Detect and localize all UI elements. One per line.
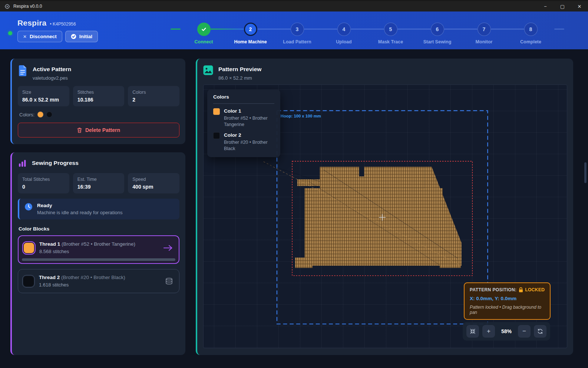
stepper-connector [444, 29, 478, 30]
step-circle-done [197, 23, 211, 36]
step-upload[interactable]: 4 Upload [321, 23, 367, 44]
stepper-line-end [554, 29, 564, 30]
stat-speed: Speed 400 spm [128, 173, 179, 193]
trash-icon [77, 127, 82, 133]
fit-to-screen-button[interactable] [466, 325, 479, 338]
legend-swatch-1 [213, 108, 220, 115]
preview-canvas[interactable]: Hoop: 100 x 100 mm [203, 84, 567, 348]
layers-stack-icon [165, 278, 173, 285]
pattern-dimensions: 86.0 × 52.2 mm [218, 75, 261, 81]
brand-block: Respira • K4P502956 ✕ Disconnect Initial [8, 19, 155, 42]
card-title: Pattern Preview [218, 65, 261, 73]
lock-icon [519, 287, 523, 292]
stat-est-time: Est. Time 16:39 [73, 173, 125, 193]
pattern-preview-card: Pattern Preview 86.0 × 52.2 mm [196, 59, 573, 355]
stepper-connector [211, 29, 244, 30]
image-icon [203, 65, 213, 75]
embroidery-pattern [264, 162, 462, 268]
stepper-connector [351, 29, 384, 30]
fit-to-screen-icon [470, 328, 476, 334]
step-monitor[interactable]: 7 Monitor [461, 23, 508, 44]
step-connect[interactable]: Connect [181, 23, 227, 44]
scrollbar-thumb[interactable] [584, 162, 587, 183]
initial-button[interactable]: Initial [65, 31, 98, 42]
zoom-level: 58% [501, 328, 512, 334]
thread-1-progress-bar [22, 258, 175, 261]
disconnect-button[interactable]: ✕ Disconnect [17, 31, 62, 42]
step-mask-trace[interactable]: 5 Mask Trace [367, 23, 414, 44]
locked-badge: LOCKED [525, 287, 545, 292]
app-header: Respira • K4P502956 ✕ Disconnect Initial [0, 11, 588, 49]
pattern-position-overlay: PATTERN POSITION: LOCKED X: 0.0mm, Y: 0.… [464, 282, 551, 320]
main-content: Active Pattern valetudogv2.pes Size 86.0… [0, 49, 588, 368]
pattern-filename: valetudogv2.pes [33, 75, 71, 81]
pattern-colors-row: Colors: [19, 112, 179, 117]
stat-size: Size 86.0 x 52.2 mm [18, 86, 69, 106]
brand-name: Respira [17, 19, 46, 27]
workflow-stepper: Connect 2 Home Machine 3 Load Pattern 4 … [155, 17, 580, 44]
position-label: PATTERN POSITION: [470, 287, 516, 292]
stepper-connector [491, 29, 524, 30]
color-swatch-2 [46, 112, 52, 117]
close-icon: ✕ [23, 34, 27, 39]
window-title: Respira v0.0.0 [13, 4, 42, 9]
status-description: Machine is idle and ready for operations [37, 210, 123, 215]
arrow-right-icon [163, 245, 173, 251]
card-title: Sewing Progress [32, 159, 79, 166]
pattern-coordinates: X: 0.0mm, Y: 0.0mm [470, 296, 545, 301]
colors-legend: Colors Color 1 Brother #52 • Brother Tan… [207, 89, 280, 157]
check-circle-icon [71, 34, 76, 39]
titlebar: Respira v0.0.0 − ▢ ✕ [0, 0, 588, 11]
thread-block-2[interactable]: Thread 2 (Brother #20 • Brother Black) 1… [18, 269, 179, 293]
color-swatch-1 [37, 112, 43, 117]
app-icon [4, 4, 10, 9]
file-icon [18, 65, 27, 76]
legend-title: Colors [213, 94, 274, 104]
zoom-out-button[interactable]: − [518, 325, 531, 338]
stat-total-stitches: Total Stitches 0 [18, 173, 69, 193]
step-start-sewing[interactable]: 6 Start Sewing [414, 23, 461, 44]
left-column: Active Pattern valetudogv2.pes Size 86.0… [10, 59, 185, 355]
delete-pattern-button[interactable]: Delete Pattern [18, 123, 179, 137]
zoom-in-button[interactable]: + [482, 325, 495, 338]
hoop-label: Hoop: 100 x 100 mm [281, 114, 321, 118]
close-button[interactable]: ✕ [571, 1, 588, 11]
legend-item-color-1: Color 1 Brother #52 • Brother Tangerine [213, 108, 274, 128]
active-pattern-card: Active Pattern valetudogv2.pes Size 86.0… [10, 59, 185, 144]
thread-block-1[interactable]: Thread 1 (Brother #52 • Brother Tangerin… [18, 235, 179, 264]
stepper-connector [257, 29, 291, 30]
minimize-button[interactable]: − [537, 1, 554, 11]
stepper-connector [304, 29, 337, 30]
stepper-connector [397, 29, 431, 30]
thread-1-swatch [24, 243, 34, 253]
color-blocks-heading: Color Blocks [19, 226, 179, 232]
step-complete[interactable]: 8 Complete [508, 23, 554, 44]
reset-view-icon [537, 328, 543, 334]
status-title: Ready [37, 203, 123, 208]
stat-colors: Colors 2 [128, 86, 179, 106]
thread-2-swatch [23, 276, 34, 286]
reset-view-button[interactable] [534, 325, 546, 338]
bar-chart-icon [18, 159, 27, 168]
zoom-toolbar: + 58% − [463, 322, 550, 341]
step-load-pattern[interactable]: 3 Load Pattern [274, 23, 321, 44]
stat-stitches: Stitches 10.186 [73, 86, 125, 106]
legend-swatch-2 [213, 132, 220, 139]
stepper-line-start [171, 29, 181, 30]
app-window: Respira v0.0.0 − ▢ ✕ Respira • K4P502956… [0, 0, 588, 368]
connection-status-dot [8, 31, 12, 35]
card-title: Active Pattern [33, 65, 71, 73]
step-home-machine[interactable]: 2 Home Machine [227, 23, 274, 44]
check-icon [201, 26, 207, 32]
clock-icon [24, 203, 33, 211]
legend-item-color-2: Color 2 Brother #20 • Brother Black [213, 132, 274, 152]
machine-status-banner: Ready Machine is idle and ready for oper… [18, 199, 179, 219]
pan-hint: Pattern locked • Drag background to pan [470, 305, 545, 315]
maximize-button[interactable]: ▢ [554, 1, 571, 11]
machine-serial: • K4P502956 [50, 21, 76, 27]
sewing-progress-card: Sewing Progress Total Stitches 0 Est. Ti… [10, 152, 185, 355]
step-circle-active: 2 [244, 23, 257, 36]
